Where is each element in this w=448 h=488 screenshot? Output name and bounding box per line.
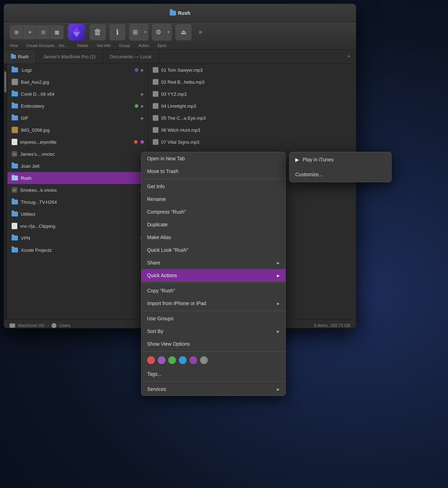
eject-button[interactable]: ⏏ bbox=[175, 24, 192, 41]
more-button[interactable]: » bbox=[195, 24, 206, 41]
group-button[interactable]: ⊞ ▾ bbox=[129, 23, 149, 41]
music-item[interactable]: ♪ 01 Tom Sawyer.mp3 bbox=[149, 64, 356, 76]
action-main[interactable]: ⚙ bbox=[152, 24, 165, 41]
list-item[interactable]: Xcode Projectz bbox=[7, 244, 148, 256]
music-file-icon: ♪ bbox=[153, 115, 158, 121]
window-title: Rush bbox=[170, 10, 190, 16]
ctx-show-view-options[interactable]: Show View Options bbox=[141, 338, 285, 350]
ctx-services[interactable]: Services ▶ bbox=[141, 383, 285, 395]
music-item[interactable]: ♪ 06 Witch Hunt.mp3 bbox=[149, 124, 356, 136]
ctx-tags[interactable]: Tags... bbox=[141, 368, 285, 380]
list-item[interactable]: @ Smokes...k.vncloc bbox=[7, 184, 148, 196]
ctx-open-new-tab[interactable]: Open in New Tab bbox=[141, 152, 285, 165]
tag-gray[interactable] bbox=[200, 356, 208, 364]
tab-documents[interactable]: Documents — Local bbox=[103, 50, 159, 64]
sub-play-itunes[interactable]: ▶ Play in iTunes bbox=[290, 152, 391, 167]
list-item[interactable]: @ James's....vncloc bbox=[7, 148, 148, 160]
ctx-make-alias[interactable]: Make Alias bbox=[141, 231, 285, 244]
tag-purple[interactable] bbox=[158, 356, 165, 364]
sidebar-scrollbar[interactable] bbox=[4, 64, 7, 320]
tab-macbook-label: James's MacBook Pro (2) bbox=[43, 54, 95, 59]
music-item[interactable]: ♪ 02 Red B...hetta.mp3 bbox=[149, 76, 356, 88]
ctx-move-trash[interactable]: Move to Trash bbox=[141, 165, 285, 178]
ctx-duplicate-label: Duplicate bbox=[147, 222, 168, 227]
music-file-name: 06 Witch Hunt.mp3 bbox=[161, 127, 200, 133]
ctx-quick-look[interactable]: Quick Look "Rush" bbox=[141, 244, 285, 256]
list-item[interactable]: Throug...TV.H264 bbox=[7, 196, 148, 208]
doc-icon bbox=[12, 139, 17, 145]
ctx-sort-by-arrow: ▶ bbox=[277, 329, 280, 333]
ctx-use-groups-label: Use Groups bbox=[147, 316, 174, 321]
ctx-divider-4 bbox=[141, 351, 285, 352]
tab-macbook[interactable]: James's MacBook Pro (2) bbox=[36, 50, 103, 64]
get-info-button[interactable]: ℹ bbox=[109, 24, 126, 41]
list-item[interactable]: GIF ▶ bbox=[7, 112, 148, 124]
tag-violet[interactable] bbox=[189, 356, 197, 364]
file-name-selected: Rush bbox=[21, 175, 144, 181]
file-name: Smokes...k.vncloc bbox=[20, 188, 138, 193]
ctx-copy[interactable]: Copy "Rush" bbox=[141, 284, 285, 297]
music-item[interactable]: ♪ 04 Limelight.mp3 bbox=[149, 100, 356, 112]
ctx-divider-2 bbox=[141, 283, 285, 283]
list-item[interactable]: IMG_0268.jpg bbox=[7, 124, 148, 136]
group-label: Group bbox=[119, 43, 130, 48]
list-item[interactable]: Joan Jett bbox=[7, 160, 148, 172]
music-file-icon: ♪ bbox=[153, 127, 158, 133]
list-item[interactable]: Bad_Ass2.jpg bbox=[7, 76, 148, 88]
view-label: View bbox=[10, 43, 18, 48]
quick-actions-submenu: ▶ Play in iTunes Customize... bbox=[289, 152, 392, 182]
ctx-get-info[interactable]: Get Info bbox=[141, 180, 285, 193]
list-item-selected[interactable]: Rush bbox=[7, 172, 148, 184]
action-arrow[interactable]: ▾ bbox=[165, 24, 172, 41]
ctx-rename[interactable]: Rename bbox=[141, 193, 285, 206]
ctx-use-groups[interactable]: Use Groups bbox=[141, 312, 285, 325]
list-item[interactable]: vnc-//ja...Clipping bbox=[7, 220, 148, 232]
vnc-icon: @ bbox=[12, 151, 17, 157]
tab-add-button[interactable]: + bbox=[342, 50, 356, 64]
tag-blue[interactable] bbox=[179, 356, 187, 364]
music-file-name: 07 Vital Signs.mp3 bbox=[161, 139, 199, 145]
eject-label: Eject bbox=[158, 43, 166, 48]
file-arrow: ▶ bbox=[141, 116, 144, 120]
view-column-btn[interactable]: ⊟ bbox=[37, 25, 50, 39]
tab-rush[interactable]: Rush bbox=[4, 50, 36, 64]
view-list-btn[interactable]: ≡ bbox=[23, 25, 37, 39]
list-item[interactable]: Embroidery ▶ bbox=[7, 100, 148, 112]
music-file-icon: ♪ bbox=[153, 91, 158, 97]
group-arrow[interactable]: ▾ bbox=[141, 24, 149, 41]
folder-icon bbox=[12, 115, 18, 120]
ctx-compress[interactable]: Compress "Rush" bbox=[141, 206, 285, 218]
music-item[interactable]: ♪ 05 The C...a Eye.mp3 bbox=[149, 112, 356, 124]
ctx-sort-by[interactable]: Sort By ▶ bbox=[141, 325, 285, 338]
ctx-duplicate[interactable]: Duplicate bbox=[141, 218, 285, 231]
tag-green[interactable] bbox=[168, 356, 176, 364]
list-item[interactable]: Corel D...X6 x64 ▶ bbox=[7, 88, 148, 100]
list-item[interactable]: Utilitiez bbox=[7, 208, 148, 220]
sub-play-itunes-label: Play in iTunes bbox=[303, 157, 333, 162]
tag-red[interactable] bbox=[147, 356, 155, 364]
ctx-import[interactable]: Import from iPhone or iPad ▶ bbox=[141, 297, 285, 310]
list-item[interactable]: VPN bbox=[7, 232, 148, 244]
music-item[interactable]: ♪ 03 YYZ.mp3 bbox=[149, 88, 356, 100]
list-item[interactable]: impress...erprofile bbox=[7, 136, 148, 148]
group-main[interactable]: ⊞ bbox=[129, 24, 141, 41]
sub-customize[interactable]: Customize... bbox=[290, 167, 391, 182]
delete-button[interactable]: 🗑 bbox=[89, 24, 106, 41]
music-item[interactable]: ♪ 07 Vital Signs.mp3 bbox=[149, 136, 356, 148]
music-file-name: 05 The C...a Eye.mp3 bbox=[161, 115, 206, 121]
ctx-share[interactable]: Share ▶ bbox=[141, 256, 285, 269]
file-name: Utilitiez bbox=[21, 212, 144, 217]
status-items: 8 items, 189.73 GB bbox=[314, 323, 350, 328]
list-item[interactable]: .Logz ▶ bbox=[7, 64, 148, 76]
action-button[interactable]: ⚙ ▾ bbox=[152, 23, 172, 41]
view-gallery-btn[interactable]: ▦ bbox=[50, 25, 63, 39]
get-info-label: Get Info bbox=[97, 43, 110, 48]
ctx-sort-by-label: Sort By bbox=[147, 328, 163, 334]
view-icon-btn[interactable]: ⊞ bbox=[10, 25, 23, 39]
folder-icon bbox=[12, 175, 18, 180]
music-file-icon: ♪ bbox=[153, 139, 158, 145]
file-name: Joan Jett bbox=[21, 163, 144, 169]
file-name: .Logz bbox=[21, 67, 132, 73]
ctx-quick-actions[interactable]: Quick Actions ▶ bbox=[141, 269, 285, 282]
ctx-share-label: Share bbox=[147, 260, 160, 266]
